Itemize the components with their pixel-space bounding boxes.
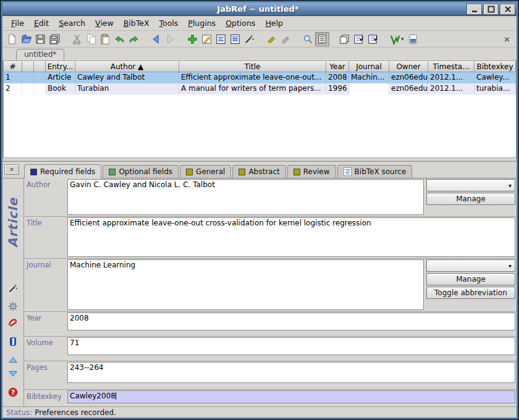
cell-title: Efficient approximate leave-one-out...	[179, 72, 326, 83]
entry-type-label: Article	[6, 181, 20, 248]
column-header-number[interactable]: #	[4, 61, 22, 72]
search-icon[interactable]	[301, 32, 315, 46]
review-color-icon	[293, 169, 300, 175]
year-field[interactable]: 2008	[67, 313, 515, 330]
author-field[interactable]: Gavin C. Cawley and Nicola L. C. Talbot	[67, 179, 424, 215]
edit-preamble-icon[interactable]	[228, 32, 242, 46]
cell-bibtexkey: turabia...	[475, 83, 516, 94]
save-database-icon[interactable]	[33, 32, 48, 46]
journal-combobox[interactable]: ▾	[426, 259, 515, 272]
menu-view[interactable]: View	[90, 17, 119, 29]
column-header-journal[interactable]: Journal	[349, 61, 389, 72]
menu-search[interactable]: Search	[54, 17, 90, 29]
cell-bibtexkey: Cawley...	[475, 72, 516, 83]
new-entry-icon[interactable]	[185, 32, 200, 46]
required-fields-color-icon	[30, 169, 37, 175]
import-into-current-database-icon[interactable]	[366, 32, 380, 46]
column-header-owner[interactable]: Owner	[389, 61, 428, 72]
menu-file[interactable]: File	[6, 17, 29, 29]
open-database-icon[interactable]	[19, 32, 33, 46]
cell-timestamp: 2012.1...	[428, 83, 475, 94]
pages-field[interactable]: 243--264	[67, 362, 515, 383]
tab-general[interactable]: General	[180, 165, 231, 178]
back-icon[interactable]	[149, 32, 163, 46]
undo-icon[interactable]	[112, 32, 127, 46]
push-to-lyx-dropdown-icon[interactable]: ▾	[401, 36, 406, 42]
help-icon[interactable]: ?	[7, 386, 19, 398]
cut-icon[interactable]	[70, 32, 84, 46]
table-row[interactable]: 2 Book Turabian A manual for writers of …	[4, 83, 516, 94]
tab-review[interactable]: Review	[287, 165, 336, 178]
field-row-volume: Volume 71	[24, 337, 517, 361]
table-row[interactable]: 1 Article Cawley and Talbot Efficient ap…	[4, 72, 516, 83]
database-tab-untitled[interactable]: untitled*	[16, 49, 64, 61]
toggle-abbreviation-button[interactable]: Toggle abbreviation	[426, 287, 515, 299]
pdf-icon[interactable]	[7, 316, 19, 329]
menu-tools[interactable]: Tools	[154, 17, 184, 29]
title-bar[interactable]: JabRef ~ untitled*	[2, 2, 517, 16]
close-button[interactable]	[500, 4, 515, 15]
author-name-format-combobox[interactable]: ▾	[426, 179, 515, 191]
column-header-entrytype[interactable]: Entry...	[46, 61, 75, 72]
column-header-author[interactable]: Author ▲	[75, 61, 179, 72]
bibtexkey-field[interactable]: Cawley2008	[67, 390, 515, 403]
cell-entrytype: Article	[46, 72, 75, 83]
push-to-lyx-icon[interactable]	[388, 32, 402, 46]
minimize-button[interactable]	[466, 4, 482, 15]
window-title: JabRef ~ untitled*	[2, 4, 465, 14]
journal-manage-button[interactable]: Manage	[426, 273, 515, 285]
author-manage-button[interactable]: Manage	[426, 193, 515, 205]
menu-edit[interactable]: Edit	[29, 17, 54, 29]
new-from-plain-text-icon[interactable]	[337, 32, 352, 46]
edit-strings-icon[interactable]	[214, 32, 228, 46]
column-header-timestamp[interactable]: Timesta...	[428, 61, 475, 72]
gear-icon[interactable]	[7, 300, 19, 313]
cell-icon1	[22, 72, 34, 83]
journal-field[interactable]: Machine Learning	[67, 259, 424, 310]
toggle-search-pane-icon[interactable]	[315, 32, 329, 46]
tab-optional-fields[interactable]: Optional fields	[103, 165, 179, 178]
menu-help[interactable]: Help	[260, 17, 288, 29]
edit-entry-icon[interactable]	[200, 32, 214, 46]
next-entry-icon[interactable]	[7, 367, 19, 379]
generate-wizard-icon[interactable]	[7, 282, 19, 295]
cell-entrytype: Book	[46, 83, 75, 94]
entry-editor-close-button[interactable]: ×	[4, 164, 19, 175]
save-all-icon[interactable]	[48, 32, 62, 46]
column-header-icon1[interactable]	[22, 61, 34, 72]
column-header-title[interactable]: Title	[179, 61, 326, 72]
open-file-icon[interactable]	[406, 32, 420, 46]
field-row-year: Year 2008	[24, 312, 517, 337]
menu-options[interactable]: Options	[221, 17, 260, 29]
pages-label: Pages	[24, 361, 66, 389]
note-icon[interactable]	[7, 335, 19, 348]
maximize-button[interactable]	[483, 4, 499, 15]
tab-bibtex-source[interactable]: BibTeX source	[337, 165, 413, 178]
mark-entries-icon[interactable]	[264, 32, 279, 46]
entry-table: # Entry... Author ▲ Title Year Journal O…	[2, 61, 517, 158]
redo-icon[interactable]	[127, 32, 141, 46]
forward-icon[interactable]	[163, 32, 177, 46]
copy-icon[interactable]	[84, 32, 98, 46]
volume-field[interactable]: 71	[67, 337, 515, 355]
unmark-entries-icon[interactable]	[279, 32, 293, 46]
menu-plugins[interactable]: Plugins	[183, 17, 221, 29]
status-message: Preferences recorded.	[35, 408, 116, 417]
import-into-new-database-icon[interactable]	[352, 32, 366, 46]
svg-text:?: ?	[11, 389, 15, 396]
column-header-icon2[interactable]	[34, 61, 46, 72]
status-label: Status:	[6, 408, 32, 417]
tab-abstract[interactable]: Abstract	[232, 165, 285, 178]
column-header-bibtexkey[interactable]: Bibtexkey	[475, 61, 516, 72]
wizard-icon[interactable]	[242, 32, 256, 46]
new-database-icon[interactable]	[5, 32, 19, 46]
column-header-year[interactable]: Year	[326, 61, 349, 72]
paste-icon[interactable]	[98, 32, 112, 46]
previous-entry-icon[interactable]	[7, 355, 19, 367]
tab-required-fields[interactable]: Required fields	[24, 164, 101, 178]
title-field[interactable]: Efficient approximate leave-one-out cros…	[67, 217, 515, 257]
close-toolbar-icon[interactable]: ×	[504, 35, 510, 44]
entry-editor-side-strip: Article ?	[2, 178, 23, 406]
field-row-pages: Pages 243--264	[24, 361, 517, 390]
menu-bibtex[interactable]: BibTeX	[119, 17, 154, 29]
